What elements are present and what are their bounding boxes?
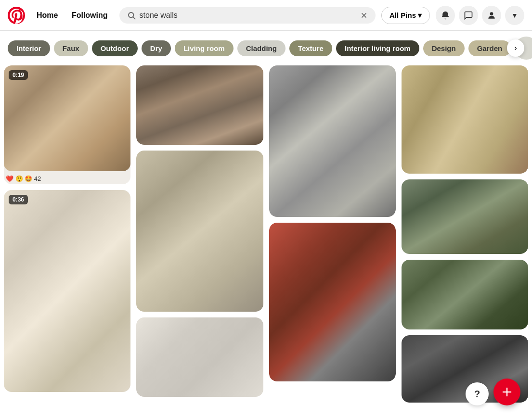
header-icons: ▼	[436, 6, 524, 25]
filter-interior-living-room[interactable]: Interior living room	[336, 40, 419, 56]
clear-icon	[360, 12, 368, 19]
pin-image	[136, 317, 263, 397]
messages-button[interactable]	[459, 6, 478, 25]
filter-dry[interactable]: Dry	[142, 40, 171, 56]
pin-image	[136, 65, 263, 145]
pinterest-logo[interactable]	[8, 7, 25, 24]
pin-duration-badge: 0:36	[9, 195, 28, 204]
pin-image	[4, 190, 130, 392]
all-pins-button[interactable]: All Pins ▾	[381, 7, 430, 24]
filter-cladding[interactable]: Cladding	[237, 40, 285, 56]
pin-card[interactable]	[136, 317, 263, 397]
pin-duration-badge: 0:19	[9, 70, 28, 80]
filter-outdoor[interactable]: Outdoor	[92, 40, 138, 56]
pin-card[interactable]	[402, 65, 528, 174]
filter-design[interactable]: Design	[423, 40, 465, 56]
search-icon	[127, 11, 136, 20]
nav-home[interactable]: Home	[31, 7, 64, 23]
bell-icon	[441, 11, 450, 20]
chevron-down-icon: ▾	[418, 11, 422, 20]
pin-image	[136, 151, 263, 312]
user-icon	[487, 11, 496, 20]
filter-garden[interactable]: Garden	[468, 40, 511, 56]
expand-button[interactable]: ▼	[505, 6, 524, 25]
all-pins-label: All Pins	[389, 11, 416, 19]
notifications-button[interactable]	[436, 6, 455, 25]
filter-interior[interactable]: Interior	[8, 40, 50, 56]
help-icon: ?	[474, 389, 480, 400]
filter-next-button[interactable]: ›	[507, 39, 524, 57]
filter-bar: Interior Faux Outdoor Dry Living room Cl…	[0, 31, 532, 65]
create-fab-button[interactable]	[493, 379, 520, 405]
profile-button[interactable]	[482, 6, 501, 25]
search-bar	[119, 7, 376, 24]
pin-card[interactable]	[269, 65, 396, 217]
pin-card[interactable]	[402, 260, 528, 329]
pin-image	[4, 65, 130, 171]
pin-card[interactable]: 0:36	[4, 190, 130, 392]
pin-card[interactable]	[136, 65, 263, 145]
main-nav: Home Following	[31, 11, 114, 20]
pin-footer: ❤️ 😲 🤩 42	[4, 171, 130, 184]
pin-card[interactable]	[136, 151, 263, 312]
svg-line-2	[133, 17, 135, 19]
nav-following[interactable]: Following	[66, 7, 114, 23]
pin-image	[269, 223, 396, 381]
search-clear-button[interactable]	[360, 12, 368, 19]
pin-image	[269, 65, 396, 217]
filter-living-room[interactable]: Living room	[175, 40, 234, 56]
pin-card[interactable]	[402, 179, 528, 254]
pin-card[interactable]	[269, 223, 396, 381]
pin-reactions: ❤️ 😲 🤩 42	[6, 175, 129, 182]
message-icon	[464, 11, 473, 20]
svg-point-3	[490, 12, 493, 15]
pin-image	[402, 65, 528, 174]
pin-card[interactable]: 0:19 ❤️ 😲 🤩 42	[4, 65, 130, 184]
help-button[interactable]: ?	[466, 382, 489, 405]
filter-faux[interactable]: Faux	[54, 40, 88, 56]
filter-texture[interactable]: Texture	[289, 40, 332, 56]
pins-grid: 0:19 ❤️ 😲 🤩 42 0:36	[0, 65, 532, 417]
pin-image	[402, 179, 528, 254]
header: Home Following All Pins ▾	[0, 0, 532, 31]
pin-image	[402, 260, 528, 329]
plus-icon	[501, 386, 513, 398]
search-input[interactable]	[140, 11, 356, 20]
